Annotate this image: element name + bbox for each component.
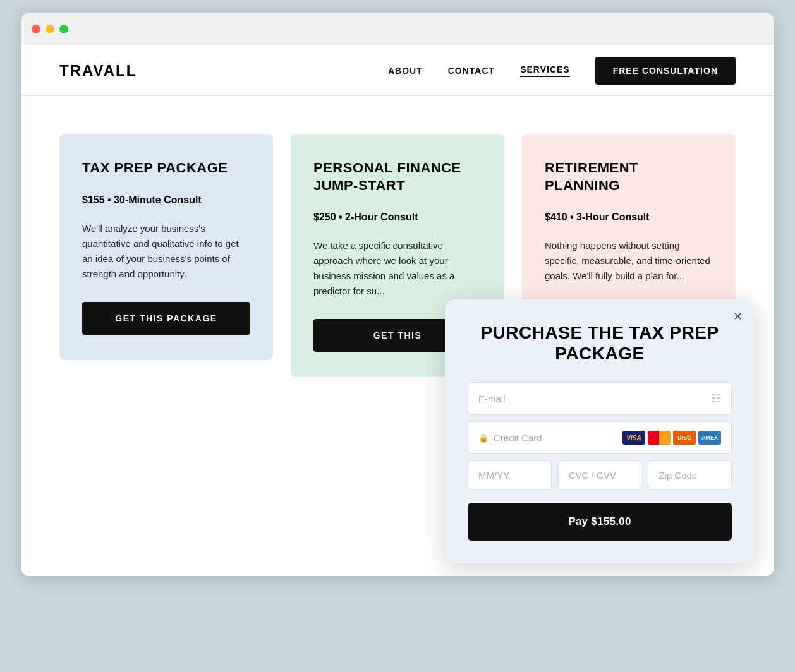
card-tax-prep-price: $155 • 30-Minute Consult (82, 195, 250, 206)
amex-icon: AMEX (698, 431, 721, 445)
lock-icon: 🔒 (478, 433, 489, 443)
navbar: TRAVALL ABOUT CONTACT SERVICES FREE CONS… (21, 45, 774, 96)
nav-links: ABOUT CONTACT SERVICES FREE CONSULTATION (388, 57, 736, 85)
mastercard-icon (648, 431, 671, 445)
visa-icon: VISA (622, 431, 645, 445)
nav-about[interactable]: ABOUT (388, 66, 423, 76)
credit-card-placeholder: Credit Card (494, 433, 542, 443)
card-tax-prep-desc: We'll analyze your business's quantitati… (82, 221, 250, 282)
modal-close-button[interactable]: × (734, 309, 742, 323)
browser-window: TRAVALL ABOUT CONTACT SERVICES FREE CONS… (21, 13, 774, 576)
zip-field[interactable]: Zip Code (648, 460, 732, 490)
pay-button[interactable]: Pay $155.00 (468, 503, 732, 541)
nav-contact[interactable]: CONTACT (448, 66, 495, 76)
email-icon: ☷ (711, 392, 721, 405)
card-retirement-price: $410 • 3-Hour Consult (545, 212, 713, 223)
maximize-btn[interactable] (59, 25, 68, 33)
main-content: TAX PREP PACKAGE $155 • 30-Minute Consul… (21, 96, 774, 576)
credit-card-field-container[interactable]: 🔒 Credit Card VISA DISC AMEX (468, 421, 732, 454)
card-details-row: MM/YY CVC / CVV Zip Code (468, 460, 732, 490)
expiry-field[interactable]: MM/YY (468, 460, 552, 490)
modal-title: PURCHASE THE TAX PREP PACKAGE (468, 322, 732, 364)
email-placeholder: E-mail (478, 393, 506, 404)
card-personal-finance-price: $250 • 2-Hour Consult (313, 212, 482, 223)
close-btn[interactable] (32, 25, 40, 33)
cvc-field[interactable]: CVC / CVV (558, 460, 642, 490)
card-personal-finance-desc: We take a specific consultative approach… (313, 238, 482, 299)
titlebar (21, 13, 774, 45)
logo: TRAVALL (59, 62, 137, 80)
cc-icons: VISA DISC AMEX (622, 431, 721, 445)
purchase-modal: × PURCHASE THE TAX PREP PACKAGE E-mail ☷… (445, 299, 755, 563)
card-tax-prep: TAX PREP PACKAGE $155 • 30-Minute Consul… (59, 134, 273, 360)
get-tax-prep-button[interactable]: GET THIS PACKAGE (82, 302, 250, 335)
nav-services[interactable]: SERVICES (520, 64, 570, 77)
discover-icon: DISC (673, 431, 696, 445)
minimize-btn[interactable] (46, 25, 54, 33)
email-field-container[interactable]: E-mail ☷ (468, 382, 732, 415)
card-tax-prep-title: TAX PREP PACKAGE (82, 159, 250, 177)
free-consultation-button[interactable]: FREE CONSULTATION (595, 57, 736, 85)
card-personal-finance-title: PERSONAL FINANCE JUMP-START (313, 159, 482, 194)
zip-placeholder: Zip Code (658, 470, 697, 481)
card-retirement-title: RETIREMENT PLANNING (545, 159, 713, 194)
cvc-placeholder: CVC / CVV (569, 470, 616, 481)
card-retirement-desc: Nothing happens without setting specific… (545, 238, 713, 284)
expiry-placeholder: MM/YY (478, 470, 509, 481)
